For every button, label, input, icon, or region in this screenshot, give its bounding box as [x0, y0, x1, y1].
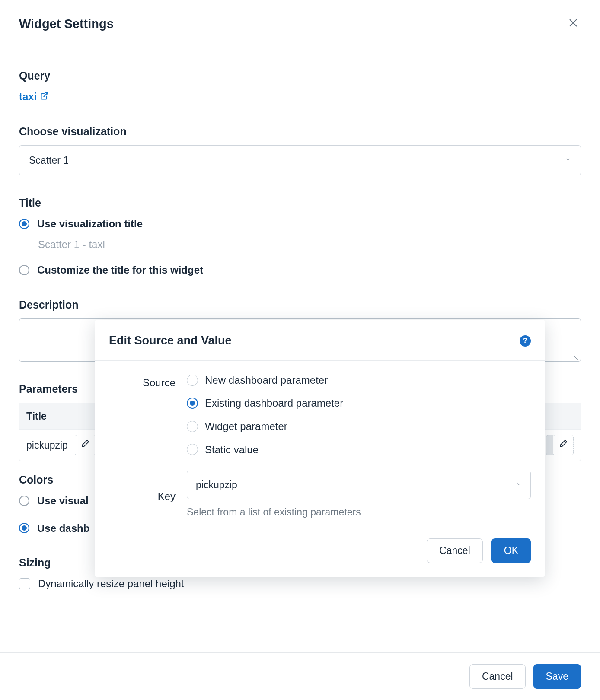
- modal-ok-button[interactable]: OK: [491, 538, 531, 563]
- key-select[interactable]: pickupzip: [187, 471, 531, 499]
- source-radio-new[interactable]: New dashboard parameter: [187, 373, 531, 388]
- pencil-icon: [559, 438, 568, 452]
- visualization-value: Scatter 1: [29, 153, 69, 167]
- radio-icon: [19, 496, 29, 506]
- save-button[interactable]: Save: [533, 664, 581, 689]
- key-value: pickupzip: [196, 478, 237, 492]
- source-row: Source New dashboard parameter Existing …: [109, 373, 531, 465]
- help-icon[interactable]: ?: [520, 335, 531, 347]
- source-label: Source: [109, 373, 187, 390]
- radio-icon: [19, 523, 29, 533]
- radio-icon: [187, 421, 198, 432]
- query-label: Query: [19, 68, 581, 83]
- radio-icon: [187, 375, 198, 386]
- visualization-section: Choose visualization Scatter 1: [19, 124, 581, 175]
- cancel-button[interactable]: Cancel: [469, 664, 526, 689]
- source-radio-static[interactable]: Static value: [187, 442, 531, 457]
- sizing-checkbox-row[interactable]: Dynamically resize panel height: [19, 576, 581, 591]
- dialog-header: Widget Settings: [0, 0, 600, 51]
- key-field: pickupzip Select from a list of existing…: [187, 471, 531, 519]
- radio-icon: [187, 444, 198, 455]
- edit-title-button[interactable]: [75, 435, 96, 455]
- visualization-label: Choose visualization: [19, 124, 581, 139]
- key-row: Key pickupzip Select from a list of exis…: [109, 471, 531, 519]
- modal-cancel-button[interactable]: Cancel: [427, 538, 483, 563]
- modal-header: Edit Source and Value ?: [95, 320, 545, 361]
- parameter-title-value: pickupzip: [26, 438, 68, 452]
- external-link-icon: [40, 89, 49, 104]
- title-label: Title: [19, 195, 581, 210]
- key-hint: Select from a list of existing parameter…: [187, 505, 531, 519]
- edit-value-button[interactable]: [546, 435, 553, 455]
- modal-footer: Cancel OK: [95, 527, 545, 577]
- source-radio-widget[interactable]: Widget parameter: [187, 419, 531, 434]
- close-icon[interactable]: [565, 13, 581, 35]
- dialog-footer: Cancel Save: [0, 652, 600, 700]
- checkbox-label: Dynamically resize panel height: [38, 576, 184, 591]
- title-radio-use[interactable]: Use visualization title: [19, 216, 581, 231]
- modal-title: Edit Source and Value: [109, 333, 232, 349]
- radio-label: Use visual: [37, 493, 89, 508]
- pencil-icon: [80, 438, 90, 452]
- widget-settings-dialog: Widget Settings Query taxi Choose visual…: [0, 0, 600, 700]
- radio-icon: [19, 219, 29, 229]
- description-label: Description: [19, 297, 581, 312]
- modal-body: Source New dashboard parameter Existing …: [95, 361, 545, 527]
- svg-line-2: [44, 93, 48, 97]
- radio-label: Static value: [205, 442, 259, 457]
- radio-label: Customize the title for this widget: [37, 263, 203, 277]
- visualization-select[interactable]: Scatter 1: [19, 145, 581, 175]
- radio-label: Use dashb: [37, 521, 89, 536]
- query-section: Query taxi: [19, 68, 581, 104]
- dialog-title: Widget Settings: [19, 15, 114, 33]
- radio-label: New dashboard parameter: [205, 373, 328, 388]
- radio-label: Existing dashboard parameter: [205, 396, 343, 410]
- title-subtext: Scatter 1 - taxi: [38, 237, 581, 252]
- query-link[interactable]: taxi: [19, 89, 49, 104]
- title-radio-custom[interactable]: Customize the title for this widget: [19, 263, 581, 277]
- key-label: Key: [109, 487, 187, 504]
- radio-icon: [19, 265, 29, 275]
- source-options: New dashboard parameter Existing dashboa…: [187, 373, 531, 465]
- chevron-down-icon: [516, 480, 522, 490]
- radio-label: Widget parameter: [205, 419, 287, 434]
- title-section: Title Use visualization title Scatter 1 …: [19, 195, 581, 277]
- checkbox-icon: [19, 578, 30, 589]
- query-link-text: taxi: [19, 89, 37, 104]
- chevron-down-icon: [565, 155, 571, 165]
- edit-source-button[interactable]: [553, 435, 574, 455]
- radio-label: Use visualization title: [37, 216, 143, 231]
- source-radio-existing[interactable]: Existing dashboard parameter: [187, 396, 531, 410]
- edit-source-modal: Edit Source and Value ? Source New dashb…: [95, 320, 545, 577]
- radio-icon: [187, 398, 198, 409]
- resize-handle-icon[interactable]: [573, 354, 579, 360]
